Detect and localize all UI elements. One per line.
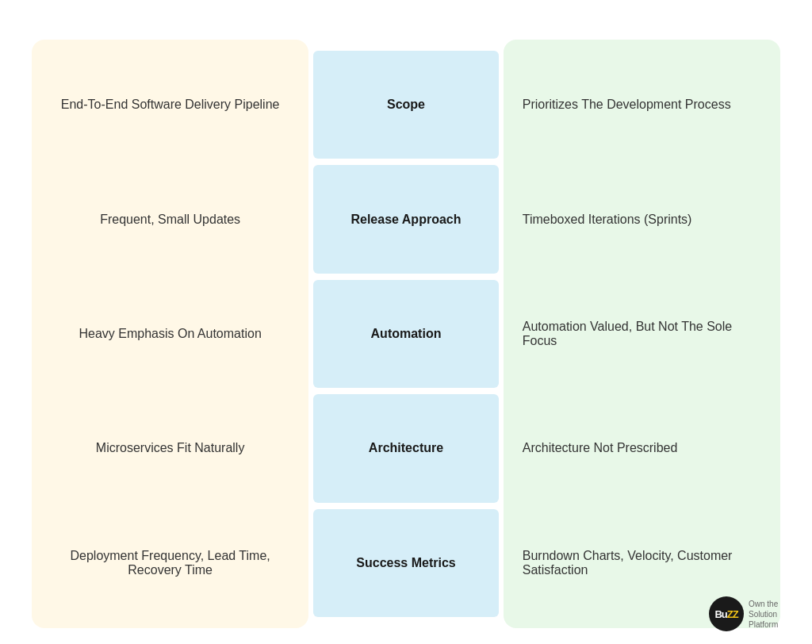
logo-tagline: Own the SolutionPlatform (749, 599, 796, 630)
devops-cell-2: Heavy Emphasis On Automation (32, 277, 308, 391)
category-cell-0: Scope (313, 51, 498, 159)
category-cell-2: Automation (313, 280, 498, 388)
middle-panel: ScopeRelease ApproachAutomationArchitect… (308, 40, 503, 628)
agile-panel: Prioritizes The Development ProcessTimeb… (504, 40, 780, 628)
devops-cell-1: Frequent, Small Updates (32, 162, 308, 276)
devops-panel: End-To-End Software Delivery PipelineFre… (32, 40, 308, 628)
category-cell-4: Success Metrics (313, 509, 498, 617)
devops-cell-4: Deployment Frequency, Lead Time, Recover… (32, 506, 308, 620)
logo-icon: BuZZ (709, 596, 744, 631)
agile-cell-1: Timeboxed Iterations (Sprints) (504, 162, 780, 276)
category-cell-1: Release Approach (313, 165, 498, 273)
devops-cell-3: Microservices Fit Naturally (32, 391, 308, 505)
main-container: End-To-End Software Delivery PipelineFre… (0, 0, 812, 644)
agile-cell-2: Automation Valued, But Not The Sole Focu… (504, 277, 780, 391)
agile-cell-3: Architecture Not Prescribed (504, 391, 780, 505)
comparison-table: End-To-End Software Delivery PipelineFre… (32, 40, 780, 628)
devops-cell-0: End-To-End Software Delivery Pipeline (32, 48, 308, 162)
buzzclan-logo: BuZZ Own the SolutionPlatform (709, 596, 796, 631)
category-cell-3: Architecture (313, 394, 498, 502)
agile-cell-0: Prioritizes The Development Process (504, 48, 780, 162)
logo-text: BuZZ (714, 608, 737, 620)
